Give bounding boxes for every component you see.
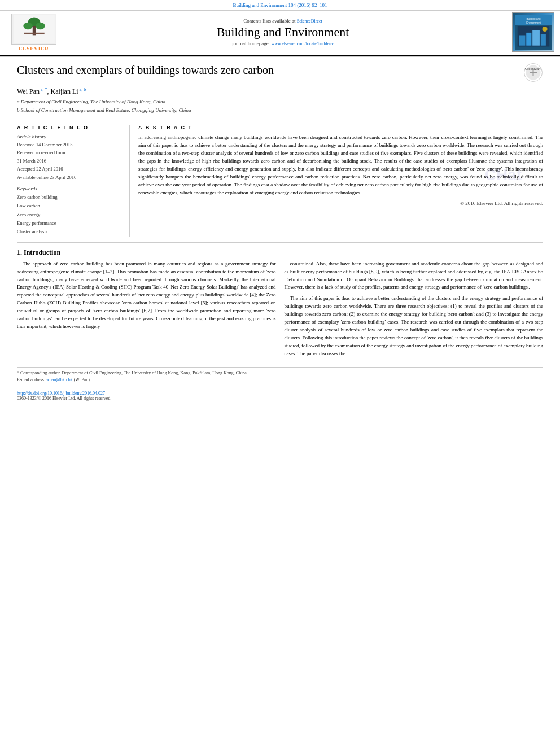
author2-name: , Kaijian Li <box>47 88 78 95</box>
received-revised-label: Received in revised form <box>17 148 124 156</box>
article-title: Clusters and exemplars of buildings towa… <box>17 63 518 77</box>
elsevier-logo-image <box>11 14 56 45</box>
intro-para1: The approach of zero carbon building has… <box>17 260 276 331</box>
intro-col-right: constrained. Also, there have been incre… <box>285 260 544 361</box>
abstract-heading: A B S T R A C T <box>138 125 543 130</box>
journal-homepage: journal homepage: www.elsevier.com/locat… <box>62 41 504 46</box>
authors-line: Wei Pan a, *, Kaijian Li a, b <box>17 87 543 96</box>
crossmark-logo: CrossMark <box>523 63 543 82</box>
affiliation-b: b School of Construction Management and … <box>17 107 543 115</box>
intro-para1-right: constrained. Also, there have been incre… <box>285 260 544 292</box>
copyright-line: © 2016 Elsevier Ltd. All rights reserved… <box>138 200 543 206</box>
footnote-text: * Corresponding author. Department of Ci… <box>17 370 543 377</box>
author1-name: Wei Pan <box>17 88 40 95</box>
footnote-section: * Corresponding author. Department of Ci… <box>17 367 543 383</box>
keyword-5: Cluster analysis <box>17 228 124 236</box>
svg-point-15 <box>542 27 547 32</box>
science-direct-info: Contents lists available at ScienceDirec… <box>62 18 504 24</box>
elsevier-text: ELSEVIER <box>19 46 49 51</box>
homepage-link[interactable]: www.elsevier.com/locate/buildenv <box>271 41 334 46</box>
intro-number: 1. <box>17 248 22 256</box>
available-date: Available online 23 April 2016 <box>17 173 124 181</box>
bottom-section: http://dx.doi.org/10.1016/j.buildenv.201… <box>17 387 543 401</box>
author1-affil: a, * <box>40 87 47 92</box>
journal-title-area: Contents lists available at ScienceDirec… <box>62 18 504 46</box>
introduction-section: 1. Introduction The approach of zero car… <box>17 248 543 361</box>
section-divider <box>17 242 543 243</box>
received-date: Received 14 December 2015 <box>17 141 124 148</box>
keyword-4: Energy performance <box>17 219 124 228</box>
article-info-heading: A R T I C L E I N F O <box>17 125 124 130</box>
cover-image: Building and Environment <box>512 12 554 52</box>
affiliation-a: a Department of Civil Engineering, The U… <box>17 98 543 106</box>
main-content: Clusters and exemplars of buildings towa… <box>0 57 560 407</box>
footnote-star-text: * Corresponding author. Department of Ci… <box>17 370 248 375</box>
svg-text:Building and: Building and <box>526 18 540 20</box>
science-direct-link[interactable]: ScienceDirect <box>297 19 322 24</box>
article-info-abstract: A R T I C L E I N F O Article history: R… <box>17 120 543 237</box>
keywords-label: Keywords: <box>17 186 124 191</box>
email-suffix: (W. Pan). <box>74 377 91 382</box>
journal-reference: Building and Environment 104 (2016) 92–1… <box>0 2 560 8</box>
svg-rect-14 <box>540 34 545 46</box>
journal-header: Building and Environment 104 (2016) 92–1… <box>0 0 560 57</box>
keyword-1: Zero carbon building <box>17 193 124 202</box>
doi-line: http://dx.doi.org/10.1016/j.buildenv.201… <box>17 390 543 396</box>
intro-heading: 1. Introduction <box>17 248 543 257</box>
svg-rect-11 <box>519 35 525 45</box>
article-history-group: Article history: Received 14 December 20… <box>17 134 124 181</box>
elsevier-logo: ELSEVIER <box>6 14 62 51</box>
article-info-panel: A R T I C L E I N F O Article history: R… <box>17 125 130 237</box>
article-dates: Received 14 December 2015 Received in re… <box>17 141 124 181</box>
intro-body: The approach of zero carbon building has… <box>17 260 543 361</box>
intro-para2-right: The aim of this paper is thus to achieve… <box>285 295 544 358</box>
svg-text:Environment: Environment <box>526 21 541 24</box>
email-link[interactable]: wpan@hku.hk <box>46 377 73 382</box>
keywords-section: Keywords: Zero carbon building Low carbo… <box>17 186 124 236</box>
keyword-3: Zero energy <box>17 211 124 219</box>
intro-col-left: The approach of zero carbon building has… <box>17 260 276 361</box>
article-history-label: Article history: <box>17 134 124 139</box>
affiliations: a Department of Civil Engineering, The U… <box>17 98 543 114</box>
svg-rect-13 <box>532 30 540 45</box>
issn-text: 0360-1323/© 2016 Elsevier Ltd. All right… <box>17 396 543 401</box>
svg-rect-5 <box>24 33 44 34</box>
journal-cover: Building and Environment <box>504 12 554 52</box>
svg-rect-12 <box>526 33 531 46</box>
email-label: E-mail address: <box>17 377 45 382</box>
abstract-text: In addressing anthropogenic climate chan… <box>138 134 543 197</box>
doi-link[interactable]: http://dx.doi.org/10.1016/j.buildenv.201… <box>17 391 105 396</box>
received-revised-date: 31 March 2016 <box>17 157 124 165</box>
journal-title: Building and Environment <box>62 25 504 40</box>
footnote-email: E-mail address: wpan@hku.hk (W. Pan). <box>17 377 543 383</box>
article-title-section: Clusters and exemplars of buildings towa… <box>17 63 543 82</box>
accepted-date: Accepted 22 April 2016 <box>17 165 124 173</box>
abstract-panel: A B S T R A C T In addressing anthropoge… <box>138 125 543 237</box>
intro-title: Introduction <box>24 248 60 256</box>
author2-affil: a, b <box>78 87 86 92</box>
svg-point-3 <box>36 23 45 30</box>
keyword-2: Low carbon <box>17 202 124 210</box>
svg-point-2 <box>23 23 32 30</box>
